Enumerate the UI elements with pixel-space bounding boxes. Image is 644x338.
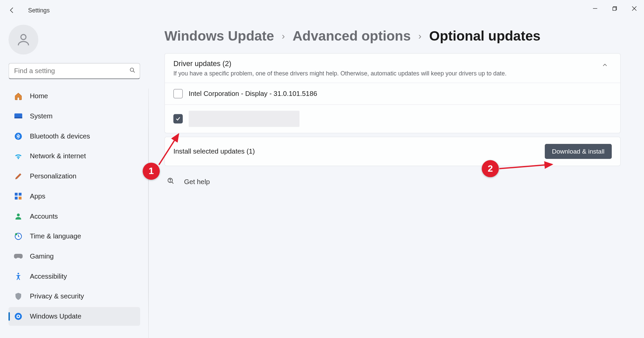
maximize-icon	[612, 6, 617, 11]
sidebar-item-label: Accessibility	[30, 273, 67, 280]
svg-rect-12	[15, 197, 17, 200]
apps-icon	[14, 192, 23, 201]
sidebar-item-accessibility[interactable]: Accessibility	[8, 267, 140, 286]
redacted-label	[189, 111, 300, 127]
sidebar-item-label: Gaming	[30, 252, 54, 260]
svg-point-5	[130, 68, 133, 71]
svg-point-17	[17, 273, 19, 274]
sidebar-item-label: Personalization	[30, 172, 76, 180]
sidebar-item-time[interactable]: Time & language	[8, 227, 140, 246]
svg-line-22	[159, 134, 178, 165]
annotation-arrow-2	[497, 161, 557, 174]
svg-line-23	[499, 164, 552, 169]
wifi-icon	[14, 152, 23, 161]
sidebar-item-gaming[interactable]: Gaming	[8, 247, 140, 266]
search-icon	[129, 67, 136, 75]
person-icon	[16, 32, 31, 47]
sidebar-item-label: System	[30, 112, 53, 120]
brush-icon	[14, 172, 23, 181]
search-input[interactable]	[8, 63, 140, 79]
sidebar-item-apps[interactable]: Apps	[8, 187, 140, 206]
sidebar-item-network[interactable]: Network & internet	[8, 147, 140, 166]
svg-rect-11	[19, 193, 21, 195]
accessibility-icon	[14, 272, 23, 281]
sidebar-item-privacy[interactable]: Privacy & security	[8, 287, 140, 306]
update-checkbox[interactable]	[173, 114, 183, 123]
minimize-button[interactable]	[585, 0, 605, 17]
sidebar-item-home[interactable]: Home	[8, 87, 140, 106]
svg-rect-8	[14, 117, 22, 118]
driver-update-row: Intel Corporation - Display - 31.0.101.5…	[165, 82, 620, 104]
svg-point-14	[17, 214, 19, 216]
sidebar-item-label: Time & language	[30, 232, 81, 240]
svg-rect-1	[613, 7, 616, 11]
sidebar-item-windows-update[interactable]: Windows Update	[8, 307, 140, 326]
back-button[interactable]	[3, 2, 20, 19]
svg-point-20	[170, 181, 170, 182]
chevron-up-icon	[598, 60, 612, 68]
bluetooth-icon	[14, 131, 23, 141]
chevron-right-icon: ›	[418, 31, 421, 42]
breadcrumb-current: Optional updates	[429, 28, 541, 44]
breadcrumb-windows-update[interactable]: Windows Update	[164, 28, 274, 44]
sidebar-item-personalization[interactable]: Personalization	[8, 167, 140, 186]
help-icon	[167, 177, 175, 186]
sidebar-item-label: Apps	[30, 192, 45, 200]
svg-point-18	[15, 313, 22, 320]
close-icon	[632, 6, 637, 11]
annotation-arrow-1	[156, 130, 186, 168]
svg-line-21	[172, 182, 173, 184]
user-avatar[interactable]	[8, 25, 38, 55]
search-field[interactable]	[8, 63, 140, 79]
home-icon	[14, 92, 23, 101]
sidebar-item-label: Privacy & security	[30, 292, 84, 300]
breadcrumb-advanced-options[interactable]: Advanced options	[292, 28, 411, 44]
sidebar-item-label: Home	[30, 93, 48, 100]
shield-icon	[14, 292, 23, 301]
windows-update-icon	[14, 312, 23, 321]
svg-point-16	[15, 233, 17, 235]
annotation-badge-2: 2	[482, 160, 499, 177]
svg-rect-13	[19, 197, 21, 200]
svg-rect-10	[15, 193, 17, 195]
minimize-icon	[593, 6, 598, 11]
get-help-label: Get help	[184, 178, 210, 186]
sidebar-item-label: Windows Update	[30, 313, 82, 320]
driver-updates-desc: If you have a specific problem, one of t…	[173, 70, 598, 76]
svg-line-6	[133, 71, 135, 72]
gamepad-icon	[14, 252, 23, 261]
app-title: Settings	[28, 7, 50, 13]
sidebar-item-label: Network & internet	[30, 153, 86, 160]
maximize-button[interactable]	[605, 0, 624, 17]
close-button[interactable]	[625, 0, 644, 17]
accounts-icon	[14, 212, 23, 221]
chevron-right-icon: ›	[282, 31, 285, 42]
driver-updates-title: Driver updates (2)	[173, 60, 598, 68]
svg-point-4	[21, 35, 26, 40]
driver-updates-header[interactable]: Driver updates (2) If you have a specifi…	[165, 54, 620, 82]
get-help-link[interactable]: Get help	[164, 169, 212, 194]
breadcrumb: Windows Update › Advanced options › Opti…	[164, 28, 621, 44]
update-checkbox[interactable]	[173, 89, 183, 98]
driver-update-row	[165, 104, 620, 133]
checkmark-icon	[175, 116, 181, 122]
sidebar-item-system[interactable]: System	[8, 107, 140, 126]
sidebar-item-accounts[interactable]: Accounts	[8, 207, 140, 226]
sidebar-item-bluetooth[interactable]: Bluetooth & devices	[8, 127, 140, 146]
arrow-left-icon	[8, 6, 16, 14]
download-install-button[interactable]: Download & install	[545, 144, 612, 159]
system-icon	[14, 112, 23, 121]
clock-icon	[14, 232, 23, 241]
sidebar-item-label: Accounts	[30, 213, 58, 220]
driver-updates-card: Driver updates (2) If you have a specifi…	[164, 53, 621, 133]
update-label: Intel Corporation - Display - 31.0.101.5…	[189, 90, 317, 98]
annotation-badge-1: 1	[143, 163, 160, 180]
sidebar-item-label: Bluetooth & devices	[30, 132, 90, 140]
